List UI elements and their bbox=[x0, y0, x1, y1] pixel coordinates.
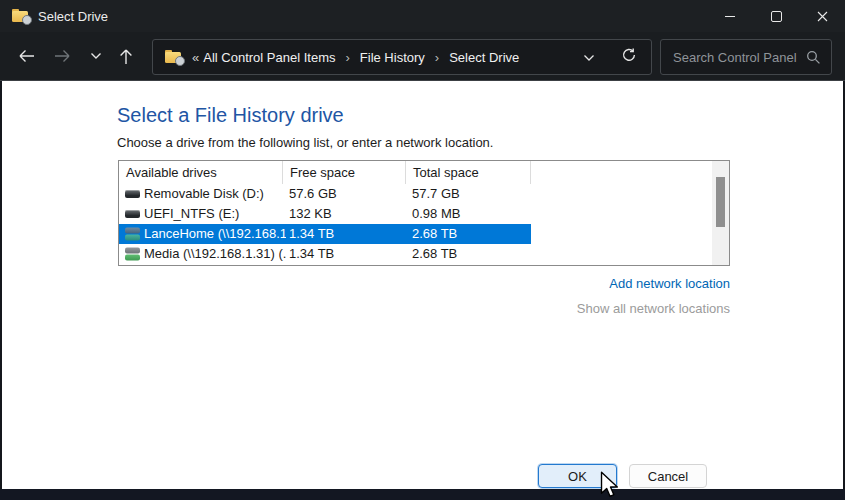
content-area: Select a File History drive Choose a dri… bbox=[0, 81, 845, 489]
select-drive-window: Select Drive bbox=[0, 0, 845, 500]
drive-name: LanceHome (\\192.168.1... bbox=[144, 226, 286, 241]
scrollbar-thumb[interactable] bbox=[716, 177, 725, 227]
search-icon[interactable] bbox=[806, 50, 821, 65]
column-header-filler bbox=[531, 161, 729, 184]
close-button[interactable] bbox=[799, 0, 845, 32]
forward-button bbox=[48, 40, 76, 72]
drive-total-space: 57.7 GB bbox=[412, 186, 460, 201]
window-title: Select Drive bbox=[38, 9, 108, 24]
drive-list: Available drives Free space Total space … bbox=[118, 160, 730, 266]
recent-locations-button[interactable] bbox=[82, 40, 110, 72]
network-drive-icon bbox=[125, 248, 140, 261]
drive-total-space: 2.68 TB bbox=[412, 226, 457, 241]
breadcrumb-item-file-history[interactable]: File History bbox=[360, 50, 425, 65]
back-button[interactable] bbox=[12, 40, 40, 72]
cancel-button[interactable]: Cancel bbox=[629, 464, 707, 488]
refresh-button[interactable] bbox=[621, 47, 637, 67]
drive-row-media[interactable]: Media (\\192.168.1.31) (... 1.34 TB 2.68… bbox=[119, 244, 729, 264]
address-chevron-icon bbox=[583, 54, 595, 62]
up-button[interactable] bbox=[112, 40, 140, 72]
page-subtitle: Choose a drive from the following list, … bbox=[117, 135, 493, 150]
address-dropdown-button[interactable] bbox=[583, 48, 595, 66]
drive-total-space: 0.98 MB bbox=[412, 206, 460, 221]
vertical-scrollbar[interactable] bbox=[712, 161, 729, 265]
breadcrumb-separator-icon: › bbox=[435, 50, 439, 65]
refresh-icon bbox=[621, 47, 637, 63]
close-icon bbox=[817, 11, 828, 22]
drive-total-space: 2.68 TB bbox=[412, 246, 457, 261]
drive-free-space: 1.34 TB bbox=[289, 246, 334, 261]
up-arrow-icon bbox=[119, 48, 133, 65]
file-history-folder-icon bbox=[12, 9, 29, 23]
disk-icon bbox=[125, 210, 140, 218]
titlebar: Select Drive bbox=[0, 0, 845, 32]
add-network-location-link[interactable]: Add network location bbox=[609, 276, 730, 291]
breadcrumb-item-all-control-panel-items[interactable]: All Control Panel Items bbox=[203, 50, 335, 65]
search-input[interactable] bbox=[671, 49, 806, 66]
column-header-available-drives[interactable]: Available drives bbox=[119, 161, 283, 184]
column-header-free-space[interactable]: Free space bbox=[283, 161, 406, 184]
column-header-total-space[interactable]: Total space bbox=[406, 161, 531, 184]
navigation-bar: « All Control Panel Items › File History… bbox=[0, 32, 845, 81]
network-drive-icon bbox=[125, 228, 140, 241]
maximize-icon bbox=[771, 11, 782, 22]
breadcrumb-overflow-button[interactable]: « bbox=[192, 50, 199, 65]
drive-free-space: 57.6 GB bbox=[289, 186, 337, 201]
page-title: Select a File History drive bbox=[117, 104, 344, 127]
search-box[interactable] bbox=[660, 39, 832, 75]
address-bar[interactable]: « All Control Panel Items › File History… bbox=[152, 39, 652, 75]
disk-icon bbox=[125, 190, 140, 198]
forward-arrow-icon bbox=[54, 49, 71, 63]
show-all-network-locations-link: Show all network locations bbox=[577, 301, 730, 316]
drive-row-removable-disk[interactable]: Removable Disk (D:) 57.6 GB 57.7 GB bbox=[119, 184, 729, 204]
drive-name: Removable Disk (D:) bbox=[144, 186, 286, 201]
drive-row-uefi-ntfs[interactable]: UEFI_NTFS (E:) 132 KB 0.98 MB bbox=[119, 204, 729, 224]
address-folder-icon bbox=[165, 50, 182, 64]
ok-button[interactable]: OK bbox=[538, 464, 617, 488]
drive-name: Media (\\192.168.1.31) (... bbox=[144, 246, 286, 261]
back-arrow-icon bbox=[18, 49, 35, 63]
minimize-icon bbox=[725, 16, 735, 17]
window-controls bbox=[707, 0, 845, 32]
desktop-edge-strip bbox=[0, 489, 845, 500]
maximize-button[interactable] bbox=[753, 0, 799, 32]
drive-list-header: Available drives Free space Total space bbox=[119, 161, 729, 184]
breadcrumb-item-select-drive[interactable]: Select Drive bbox=[449, 50, 519, 65]
drive-name: UEFI_NTFS (E:) bbox=[144, 206, 286, 221]
drive-free-space: 132 KB bbox=[289, 206, 332, 221]
recent-locations-chevron-icon bbox=[90, 52, 102, 60]
drive-row-lancehome-selected[interactable]: LanceHome (\\192.168.1... 1.34 TB 2.68 T… bbox=[119, 224, 729, 244]
minimize-button[interactable] bbox=[707, 0, 753, 32]
drive-free-space: 1.34 TB bbox=[289, 226, 334, 241]
breadcrumb-separator-icon: › bbox=[345, 50, 349, 65]
